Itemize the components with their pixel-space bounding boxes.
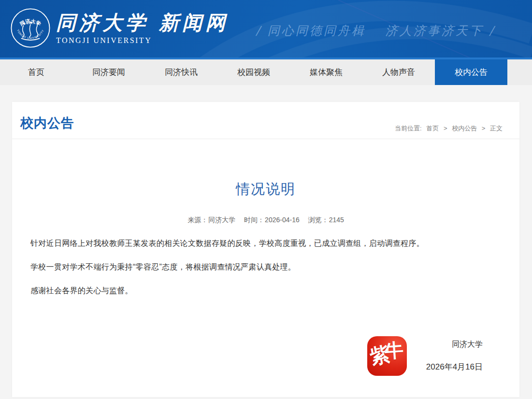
article-signature: 紫 牛 同济大学 2026年4月16日 bbox=[30, 336, 497, 376]
nav-item-campus-video[interactable]: 校园视频 bbox=[217, 59, 290, 85]
content-card: 校内公告 当前位置: 首页 > 校内公告 > 正文 情况说明 来源：同济大学 时… bbox=[12, 102, 519, 397]
ziniu-news-app-icon: 紫 牛 bbox=[367, 336, 407, 376]
signature-organization: 同济大学 bbox=[426, 340, 483, 350]
site-logo-link[interactable]: 同济大学 1907 TONGJI UNIVERSITY 同济大学 新闻网 TON… bbox=[11, 8, 229, 48]
meta-views-label: 浏览： bbox=[308, 216, 329, 224]
main-navigation: 首页 同济要闻 同济快讯 校园视频 媒体聚焦 人物声音 校内公告 讲堂 bbox=[0, 59, 532, 85]
breadcrumb-label: 当前位置: bbox=[395, 125, 422, 132]
section-header: 校内公告 当前位置: 首页 > 校内公告 > 正文 bbox=[12, 102, 519, 139]
nav-item-people-voice[interactable]: 人物声音 bbox=[362, 59, 435, 85]
article-body: 针对近日网络上对我校教师王某发表的相关论文数据存疑的反映，学校高度重视，已成立调… bbox=[12, 239, 519, 376]
site-title-en: TONGJI UNIVERSITY bbox=[56, 36, 229, 45]
breadcrumb-current: 正文 bbox=[490, 125, 503, 132]
section-title: 校内公告 bbox=[20, 114, 74, 132]
article-meta: 来源：同济大学 时间：2026-04-16 浏览：2145 bbox=[12, 216, 519, 225]
nav-item-home[interactable]: 首页 bbox=[0, 59, 72, 85]
article-paragraph: 学校一贯对学术不端行为秉持“零容忍”态度，将根据调查情况严肃认真处理。 bbox=[30, 262, 497, 271]
breadcrumb-separator: > bbox=[444, 125, 447, 132]
header-slogan: / 同心同德同舟楫 济人济事济天下 / bbox=[256, 23, 495, 39]
nav-item-campus-notice-active[interactable]: 校内公告 bbox=[435, 59, 507, 85]
site-header: 同济大学 1907 TONGJI UNIVERSITY 同济大学 新闻网 TON… bbox=[0, 0, 532, 59]
meta-source-value: 同济大学 bbox=[208, 216, 235, 224]
site-title-cn: 同济大学 新闻网 bbox=[56, 13, 229, 33]
meta-time-value: 2026-04-16 bbox=[265, 216, 300, 224]
nav-item-tongji-news[interactable]: 同济要闻 bbox=[72, 59, 145, 85]
breadcrumb-separator: > bbox=[482, 125, 486, 132]
ziniu-icon-char-niu: 牛 bbox=[384, 337, 404, 364]
breadcrumb-home[interactable]: 首页 bbox=[426, 125, 439, 132]
article-paragraph: 感谢社会各界的关心与监督。 bbox=[30, 286, 497, 295]
breadcrumb-campus-notice[interactable]: 校内公告 bbox=[452, 125, 477, 132]
meta-source-label: 来源： bbox=[187, 216, 208, 224]
meta-time-label: 时间： bbox=[244, 216, 264, 224]
nav-item-lecture[interactable]: 讲堂 bbox=[507, 59, 532, 85]
article-paragraph: 针对近日网络上对我校教师王某发表的相关论文数据存疑的反映，学校高度重视，已成立调… bbox=[30, 239, 497, 248]
breadcrumb: 当前位置: 首页 > 校内公告 > 正文 bbox=[393, 124, 504, 133]
nav-item-media-focus[interactable]: 媒体聚焦 bbox=[290, 59, 362, 85]
signature-date: 2026年4月16日 bbox=[426, 361, 483, 372]
nav-item-tongji-express[interactable]: 同济快讯 bbox=[145, 59, 217, 85]
meta-views-value: 2145 bbox=[329, 216, 344, 224]
signature-text: 同济大学 2026年4月16日 bbox=[426, 340, 483, 372]
brand-text: 同济大学 新闻网 TONGJI UNIVERSITY bbox=[56, 8, 229, 45]
article-title: 情况说明 bbox=[12, 180, 519, 199]
university-seal-icon: 同济大学 1907 TONGJI UNIVERSITY bbox=[11, 8, 50, 48]
